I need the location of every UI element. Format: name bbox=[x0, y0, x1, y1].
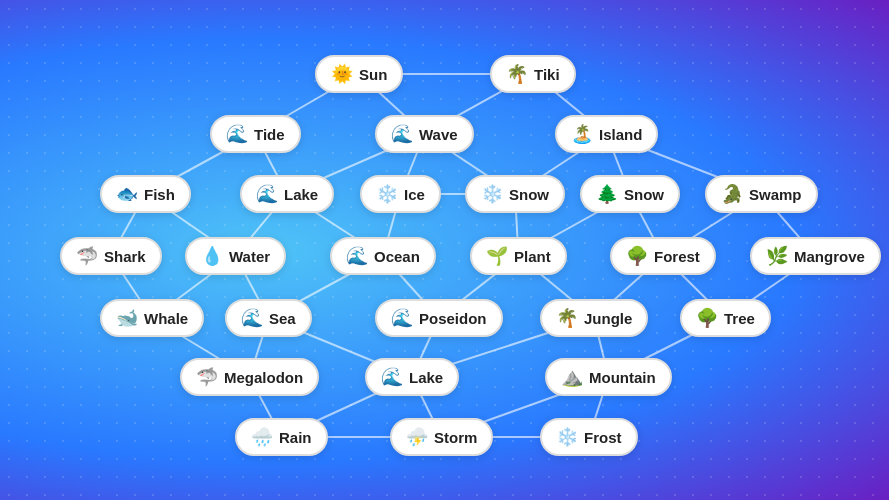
node-icon-forest: 🌳 bbox=[626, 245, 648, 267]
node-sun: 🌞Sun bbox=[315, 55, 403, 93]
node-icon-snow1: ❄️ bbox=[481, 183, 503, 205]
node-label-lake1: Lake bbox=[284, 186, 318, 203]
node-swamp: 🐊Swamp bbox=[705, 175, 818, 213]
node-frost: ❄️Frost bbox=[540, 418, 638, 456]
node-label-poseidon: Poseidon bbox=[419, 310, 487, 327]
node-label-tree: Tree bbox=[724, 310, 755, 327]
node-label-megalodon: Megalodon bbox=[224, 369, 303, 386]
node-label-water: Water bbox=[229, 248, 270, 265]
node-icon-megalodon: 🦈 bbox=[196, 366, 218, 388]
node-lake1: 🌊Lake bbox=[240, 175, 334, 213]
node-lake2: 🌊Lake bbox=[365, 358, 459, 396]
node-label-mangrove: Mangrove bbox=[794, 248, 865, 265]
node-icon-swamp: 🐊 bbox=[721, 183, 743, 205]
node-megalodon: 🦈Megalodon bbox=[180, 358, 319, 396]
node-icon-wave: 🌊 bbox=[391, 123, 413, 145]
node-ocean: 🌊Ocean bbox=[330, 237, 436, 275]
node-wave: 🌊Wave bbox=[375, 115, 474, 153]
node-label-snow2: Snow bbox=[624, 186, 664, 203]
node-label-snow1: Snow bbox=[509, 186, 549, 203]
node-icon-tree: 🌳 bbox=[696, 307, 718, 329]
node-ice: ❄️Ice bbox=[360, 175, 441, 213]
node-label-lake2: Lake bbox=[409, 369, 443, 386]
node-icon-ocean: 🌊 bbox=[346, 245, 368, 267]
node-icon-tide: 🌊 bbox=[226, 123, 248, 145]
node-icon-jungle: 🌴 bbox=[556, 307, 578, 329]
node-icon-whale: 🐋 bbox=[116, 307, 138, 329]
node-icon-sun: 🌞 bbox=[331, 63, 353, 85]
node-label-frost: Frost bbox=[584, 429, 622, 446]
node-label-storm: Storm bbox=[434, 429, 477, 446]
node-icon-water: 💧 bbox=[201, 245, 223, 267]
node-icon-poseidon: 🌊 bbox=[391, 307, 413, 329]
node-label-sea: Sea bbox=[269, 310, 296, 327]
node-label-mountain: Mountain bbox=[589, 369, 656, 386]
node-icon-frost: ❄️ bbox=[556, 426, 578, 448]
node-tiki: 🌴Tiki bbox=[490, 55, 576, 93]
node-label-ice: Ice bbox=[404, 186, 425, 203]
node-icon-mountain: ⛰️ bbox=[561, 366, 583, 388]
node-label-sun: Sun bbox=[359, 66, 387, 83]
node-icon-fish: 🐟 bbox=[116, 183, 138, 205]
node-label-jungle: Jungle bbox=[584, 310, 632, 327]
node-label-whale: Whale bbox=[144, 310, 188, 327]
node-storm: ⛈️Storm bbox=[390, 418, 493, 456]
node-whale: 🐋Whale bbox=[100, 299, 204, 337]
node-label-swamp: Swamp bbox=[749, 186, 802, 203]
node-snow1: ❄️Snow bbox=[465, 175, 565, 213]
node-icon-plant: 🌱 bbox=[486, 245, 508, 267]
node-tide: 🌊Tide bbox=[210, 115, 301, 153]
node-label-fish: Fish bbox=[144, 186, 175, 203]
node-tree: 🌳Tree bbox=[680, 299, 771, 337]
node-label-tiki: Tiki bbox=[534, 66, 560, 83]
node-icon-lake2: 🌊 bbox=[381, 366, 403, 388]
node-water: 💧Water bbox=[185, 237, 286, 275]
node-label-rain: Rain bbox=[279, 429, 312, 446]
node-label-plant: Plant bbox=[514, 248, 551, 265]
node-jungle: 🌴Jungle bbox=[540, 299, 648, 337]
node-island: 🏝️Island bbox=[555, 115, 658, 153]
node-icon-shark: 🦈 bbox=[76, 245, 98, 267]
node-poseidon: 🌊Poseidon bbox=[375, 299, 503, 337]
node-forest: 🌳Forest bbox=[610, 237, 716, 275]
node-icon-lake1: 🌊 bbox=[256, 183, 278, 205]
node-label-tide: Tide bbox=[254, 126, 285, 143]
node-icon-island: 🏝️ bbox=[571, 123, 593, 145]
node-icon-snow2: 🌲 bbox=[596, 183, 618, 205]
node-label-ocean: Ocean bbox=[374, 248, 420, 265]
node-plant: 🌱Plant bbox=[470, 237, 567, 275]
node-icon-storm: ⛈️ bbox=[406, 426, 428, 448]
node-label-forest: Forest bbox=[654, 248, 700, 265]
node-mangrove: 🌿Mangrove bbox=[750, 237, 881, 275]
node-icon-rain: 🌧️ bbox=[251, 426, 273, 448]
node-label-shark: Shark bbox=[104, 248, 146, 265]
node-sea: 🌊Sea bbox=[225, 299, 312, 337]
node-icon-sea: 🌊 bbox=[241, 307, 263, 329]
node-shark: 🦈Shark bbox=[60, 237, 162, 275]
node-rain: 🌧️Rain bbox=[235, 418, 328, 456]
node-label-wave: Wave bbox=[419, 126, 458, 143]
node-icon-mangrove: 🌿 bbox=[766, 245, 788, 267]
node-snow2: 🌲Snow bbox=[580, 175, 680, 213]
node-mountain: ⛰️Mountain bbox=[545, 358, 672, 396]
node-label-island: Island bbox=[599, 126, 642, 143]
node-fish: 🐟Fish bbox=[100, 175, 191, 213]
node-icon-ice: ❄️ bbox=[376, 183, 398, 205]
node-icon-tiki: 🌴 bbox=[506, 63, 528, 85]
